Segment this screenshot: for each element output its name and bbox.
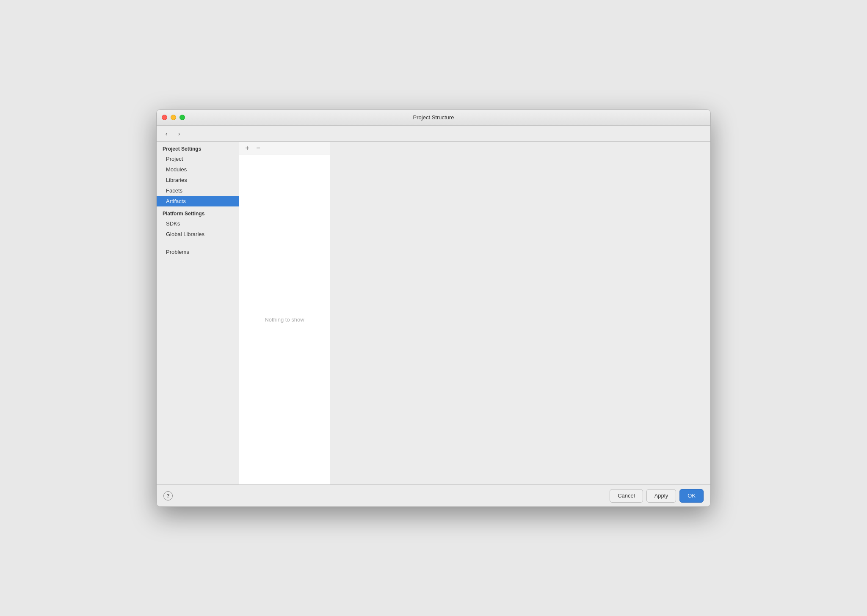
sidebar-item-facets[interactable]: Facets <box>157 185 239 196</box>
sidebar: Project Settings Project Modules Librari… <box>157 142 239 484</box>
sidebar-item-problems[interactable]: Problems <box>157 247 239 257</box>
project-settings-header: Project Settings <box>157 142 239 154</box>
platform-settings-header: Platform Settings <box>157 206 239 218</box>
apply-button[interactable]: Apply <box>646 489 676 503</box>
close-button[interactable] <box>162 115 167 120</box>
nothing-to-show-label: Nothing to show <box>265 316 304 323</box>
navbar: ‹ › <box>157 126 710 142</box>
sidebar-item-sdks[interactable]: SDKs <box>157 218 239 229</box>
help-button[interactable]: ? <box>163 491 173 500</box>
sidebar-item-project[interactable]: Project <box>157 154 239 164</box>
sidebar-item-libraries[interactable]: Libraries <box>157 175 239 185</box>
traffic-lights <box>162 115 185 120</box>
add-artifact-button[interactable]: + <box>243 143 252 153</box>
sidebar-item-artifacts[interactable]: Artifacts <box>157 196 239 206</box>
main-layout: Project Settings Project Modules Librari… <box>157 142 710 484</box>
project-structure-window: Project Structure ‹ › Project Settings P… <box>156 109 711 507</box>
bottom-bar: ? Cancel Apply OK <box>157 484 710 506</box>
list-panel: + − Nothing to show <box>239 142 330 484</box>
minimize-button[interactable] <box>171 115 176 120</box>
remove-artifact-button[interactable]: − <box>254 143 263 153</box>
cancel-button[interactable]: Cancel <box>610 489 643 503</box>
back-button[interactable]: ‹ <box>162 129 171 138</box>
list-content: Nothing to show <box>239 154 330 484</box>
sidebar-item-modules[interactable]: Modules <box>157 164 239 175</box>
detail-panel <box>330 142 710 484</box>
ok-button[interactable]: OK <box>679 489 704 503</box>
forward-button[interactable]: › <box>174 129 184 138</box>
content-area: + − Nothing to show <box>239 142 710 484</box>
titlebar: Project Structure <box>157 110 710 126</box>
bottom-actions: Cancel Apply OK <box>610 489 704 503</box>
maximize-button[interactable] <box>179 115 185 120</box>
sidebar-item-global-libraries[interactable]: Global Libraries <box>157 229 239 239</box>
window-title: Project Structure <box>413 114 454 121</box>
sidebar-divider <box>163 243 233 243</box>
list-toolbar: + − <box>239 142 330 154</box>
